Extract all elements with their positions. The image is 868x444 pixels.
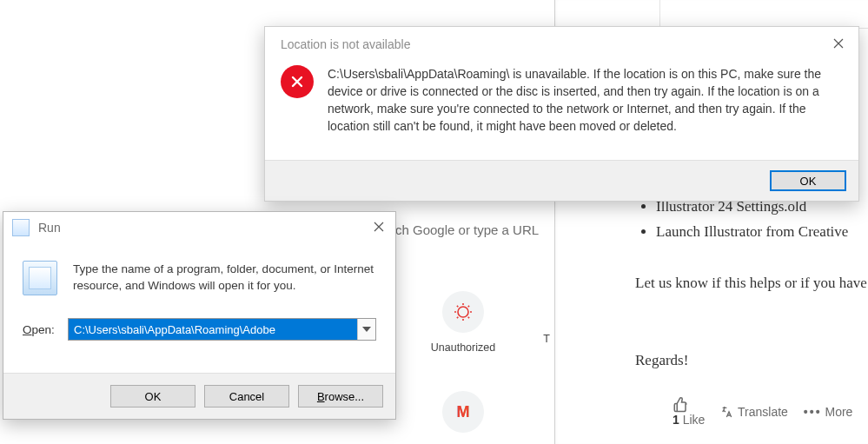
error-body: C:\Users\sbali\AppData\Roaming\ is unava… [265, 62, 858, 160]
chrome-shortcut-tile-gmail[interactable]: M [425, 391, 501, 441]
error-titlebar: Location is not available [265, 27, 858, 62]
combobox-dropdown-button[interactable] [357, 319, 375, 340]
run-dialog: Run Type the name of a program, folder, … [3, 211, 396, 420]
like-button[interactable]: 1 Like [673, 397, 705, 427]
tab-cell-empty [555, 0, 660, 28]
run-icon-large [23, 261, 57, 295]
close-icon [832, 37, 845, 50]
run-button-row: OK Cancel Browse... [3, 373, 395, 419]
gmail-m-icon: M [457, 403, 470, 421]
doc-footer-bar: 1 Like Translate ••• More [573, 397, 859, 427]
omnibox-hint-fragment[interactable]: ch Google or type a URL [395, 222, 539, 237]
browse-button[interactable]: Browse... [298, 385, 383, 408]
doc-regards: Regards! [635, 348, 868, 373]
like-count: 1 [673, 413, 679, 427]
error-dialog: Location is not available C:\Users\sbali… [264, 26, 859, 202]
like-label: Like [683, 413, 706, 427]
doc-list-item: Launch Illustrator from Creative [656, 219, 868, 244]
error-icon [281, 65, 314, 98]
x-circle-icon [288, 73, 306, 90]
error-message: C:\Users\sbali\AppData\Roaming\ is unava… [328, 65, 843, 160]
svg-point-0 [458, 307, 468, 317]
run-body: Type the name of a program, folder, docu… [3, 243, 395, 373]
error-title: Location is not available [281, 37, 410, 51]
doc-paragraph: Let us know if this helps or if you have [635, 270, 868, 295]
chevron-down-icon [362, 327, 371, 332]
more-dots-icon: ••• [804, 405, 822, 419]
translate-button[interactable]: Translate [720, 405, 787, 419]
close-button[interactable] [832, 37, 846, 51]
chrome-shortcut-tile-fragment[interactable]: T [533, 291, 560, 345]
tab-row [555, 0, 868, 29]
ok-button[interactable]: OK [110, 385, 195, 408]
run-titlebar: Run [3, 212, 395, 243]
thumbs-up-icon [673, 397, 688, 413]
close-button[interactable] [373, 221, 387, 235]
gear-ring-icon [453, 302, 474, 322]
run-title: Run [38, 221, 61, 235]
open-label: Open: [23, 323, 59, 336]
run-description: Type the name of a program, folder, docu… [73, 261, 376, 294]
translate-label: Translate [738, 405, 788, 419]
tile-icon-circle [442, 291, 484, 333]
tile-label: Unauthorized [425, 341, 501, 354]
ok-button[interactable]: OK [770, 170, 846, 191]
open-input[interactable] [69, 319, 357, 340]
translate-icon [720, 405, 734, 419]
tile-label: T [533, 333, 560, 345]
chrome-shortcut-tile[interactable]: Unauthorized [425, 291, 501, 354]
more-label: More [825, 405, 852, 419]
close-icon [373, 221, 385, 233]
more-button[interactable]: ••• More [804, 405, 853, 419]
run-icon [12, 219, 30, 236]
cancel-button[interactable]: Cancel [204, 385, 289, 408]
tile-icon-circle: M [442, 391, 484, 433]
error-button-row: OK [265, 160, 858, 201]
open-combobox[interactable] [68, 318, 376, 341]
